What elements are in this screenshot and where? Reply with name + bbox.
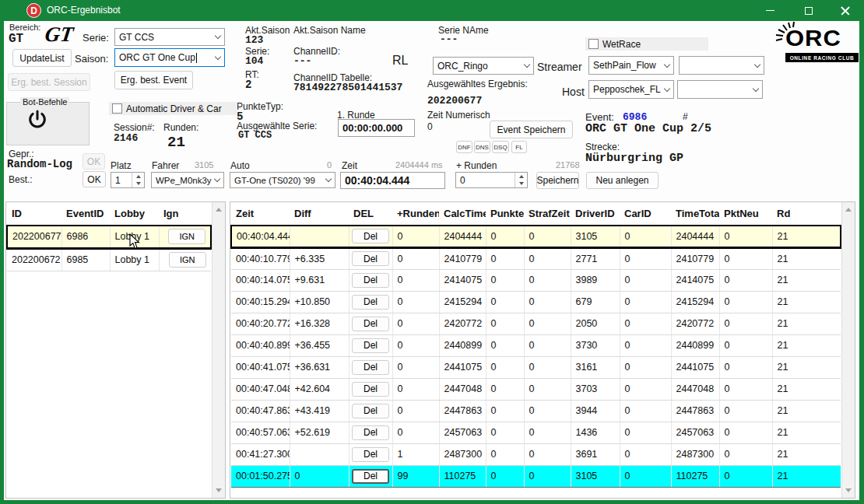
del-button[interactable]: Del — [352, 273, 389, 288]
streamer-dropdown[interactable]: SethPain_Flow — [588, 56, 674, 75]
scroll-down-icon[interactable] — [212, 484, 225, 497]
plus-runden-stepper[interactable]: 0 — [455, 172, 528, 188]
cell-rd: 21 — [772, 269, 841, 291]
dns-button[interactable]: DNS — [474, 141, 490, 153]
erste-runde-input[interactable]: 00:00:00.000 — [338, 119, 415, 137]
table-row[interactable]: 00:40:47.863 +43.419 Del 0 2447863 0 0 3… — [231, 400, 841, 422]
cell-zeit: 00:40:10.779 — [231, 247, 290, 269]
col-strafzeit[interactable]: StrafZeit — [524, 202, 571, 226]
scroll-down-icon[interactable] — [842, 484, 855, 497]
speichern-button[interactable]: Speichern — [536, 172, 579, 189]
serie-dropdown[interactable]: GT CCS — [114, 28, 225, 46]
erg-best-session-button[interactable]: Erg. best. Session — [8, 73, 90, 91]
col-lobby[interactable]: Lobby — [110, 202, 159, 226]
fahrer-dropdown[interactable]: WPe_M0nk3y — [151, 172, 224, 188]
platz-stepper[interactable]: 1 — [111, 172, 145, 188]
power-icon[interactable] — [26, 109, 48, 131]
table-row[interactable]: 00:40:20.772 +16.328 Del 0 2420772 0 0 2… — [231, 313, 841, 334]
table-row[interactable]: 00:40:10.779 +6.335 Del 0 2410779 0 0 27… — [231, 247, 841, 269]
col-del[interactable]: DEL — [349, 202, 392, 226]
cell-timetotal: 2410779 — [671, 247, 719, 269]
close-button[interactable] — [827, 0, 864, 21]
del-button[interactable]: Del — [352, 447, 389, 462]
cell-strafzeit: 0 — [524, 269, 571, 291]
col-diff[interactable]: Diff — [290, 202, 349, 226]
ok-button-best[interactable]: OK — [83, 171, 106, 187]
del-button[interactable]: Del — [352, 317, 389, 331]
table-row[interactable]: 00:40:40.899 +36.455 Del 0 2440899 0 0 3… — [231, 334, 841, 356]
table-row[interactable]: 00:40:41.075 +36.631 Del 0 2441075 0 0 3… — [231, 356, 841, 378]
sessions-scrollbar[interactable] — [212, 202, 225, 498]
table-row[interactable]: 202200677 6986 Lobby 1 IGN — [7, 226, 211, 248]
cell-zeit: 00:40:14.075 — [231, 269, 290, 291]
table-row[interactable]: 00:01:50.275 0 Del 99 110275 0 0 3105 0 … — [231, 465, 841, 487]
fl-button[interactable]: FL — [511, 141, 527, 153]
scroll-up-icon[interactable] — [212, 203, 225, 216]
col-punkte[interactable]: Punkte — [486, 202, 524, 226]
dsq-button[interactable]: DSQ — [492, 141, 509, 153]
col-eventid[interactable]: EventID — [61, 202, 110, 226]
session-value: 2146 — [114, 132, 138, 144]
results-scrollbar[interactable] — [841, 202, 855, 498]
col-carid[interactable]: CarID — [620, 202, 671, 226]
ringo-dropdown[interactable]: ORC_Ringo — [433, 57, 534, 75]
table-row[interactable]: 202200672 6985 Lobby 1 IGN — [7, 248, 211, 271]
minimize-button[interactable] — [752, 0, 788, 21]
stepper-arrows[interactable] — [515, 173, 527, 187]
zeit-input[interactable]: 00:40:04.444 — [340, 172, 445, 189]
wetrace-checkbox[interactable] — [588, 39, 599, 49]
table-row[interactable]: 00:40:57.063 +52.619 Del 0 2457063 0 0 1… — [231, 422, 841, 443]
del-button[interactable]: Del — [352, 360, 389, 375]
del-button[interactable]: Del — [352, 382, 389, 397]
col-driverid[interactable]: DriverID — [571, 202, 620, 226]
scroll-up-icon[interactable] — [842, 203, 855, 216]
automatic-checkbox[interactable] — [112, 103, 122, 114]
del-button[interactable]: Del — [352, 425, 389, 440]
table-row[interactable]: 00:40:47.048 +42.604 Del 0 2447048 0 0 3… — [231, 378, 841, 400]
neu-anlegen-button[interactable]: Neu anlegen — [586, 172, 659, 189]
host-dropdown-2[interactable] — [677, 80, 763, 99]
cell-zeit: 00:01:50.275 — [231, 465, 290, 487]
col-plus-runden[interactable]: +Runden — [392, 202, 439, 226]
cell-timetotal: 2457063 — [671, 422, 719, 443]
table-row[interactable]: 00:40:04.444 Del 0 2404444 0 0 3105 0 24… — [231, 226, 841, 247]
erg-best-event-button[interactable]: Erg. best. Event — [114, 71, 193, 89]
automatic-row: Automatic Driver & Car — [109, 102, 237, 115]
update-list-button[interactable]: UpdateList — [12, 49, 72, 67]
serie-id-value: 104 — [245, 55, 263, 67]
col-pktneu[interactable]: PktNeu — [719, 202, 772, 226]
cell-timetotal: 2414075 — [671, 269, 719, 291]
event-speichern-button[interactable]: Event Speichern — [490, 121, 573, 138]
maximize-button[interactable] — [791, 0, 827, 21]
saison-dropdown[interactable]: ORC GT One Cup — [114, 48, 225, 67]
del-button[interactable]: Del — [352, 469, 389, 484]
del-button[interactable]: Del — [352, 295, 389, 310]
col-id[interactable]: ID — [7, 202, 61, 226]
col-zeit[interactable]: Zeit — [231, 202, 290, 226]
cell-pktneu: 0 — [719, 400, 772, 422]
ign-button[interactable]: IGN — [169, 252, 206, 268]
cell-del: Del — [349, 443, 392, 465]
ign-button[interactable]: IGN — [168, 229, 205, 244]
del-button[interactable]: Del — [352, 251, 389, 266]
col-ign[interactable]: Ign — [159, 202, 211, 226]
col-timetotal[interactable]: TimeTotal — [671, 202, 719, 226]
del-button[interactable]: Del — [352, 404, 389, 418]
del-button[interactable]: Del — [352, 229, 389, 243]
table-row[interactable]: 00:40:14.075 +9.631 Del 0 2414075 0 0 39… — [231, 269, 841, 291]
streamer-dropdown-2[interactable] — [679, 56, 764, 75]
ok-button-gepr[interactable]: OK — [83, 153, 105, 170]
col-calctime[interactable]: CalcTime — [439, 202, 486, 226]
table-row[interactable]: 00:41:27.300 Del 1 2487300 0 0 3691 0 24… — [231, 443, 841, 465]
title-bar[interactable]: D ORC-Ergebnisbot — [0, 0, 864, 21]
stepper-arrows[interactable] — [132, 173, 144, 187]
col-rd[interactable]: Rd — [772, 202, 841, 226]
cell-diff — [290, 226, 349, 247]
host-dropdown[interactable]: Pepposchek_FL — [588, 80, 674, 99]
cell-strafzeit: 0 — [524, 334, 571, 356]
table-row[interactable]: 00:40:15.294 +10.850 Del 0 2415294 0 0 6… — [231, 291, 841, 313]
chevron-down-icon — [753, 85, 759, 91]
del-button[interactable]: Del — [352, 338, 389, 353]
dnf-button[interactable]: DNF — [456, 141, 472, 153]
auto-dropdown[interactable]: GT-One (TS020) '99 — [230, 172, 335, 188]
